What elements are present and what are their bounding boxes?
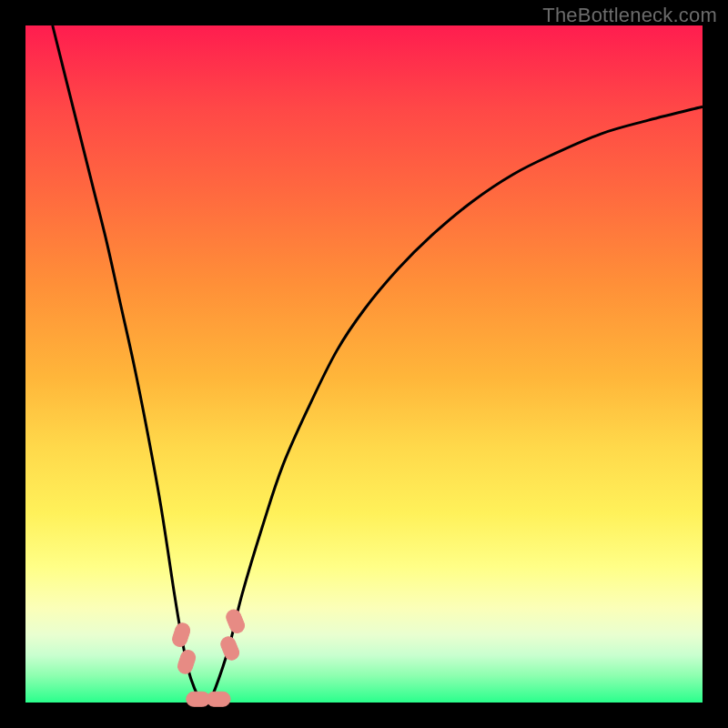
bead-right-upper: [224, 608, 247, 635]
right-curve: [208, 106, 703, 703]
bead-right-lower: [218, 634, 241, 662]
watermark-text: TheBottleneck.com: [542, 4, 717, 27]
left-curve: [53, 25, 202, 703]
chart-frame: TheBottleneck.com: [0, 0, 728, 728]
curve-markers: [170, 608, 246, 707]
chart-curves: [25, 25, 703, 703]
bead-bottom-2: [207, 692, 230, 706]
bead-left-lower: [176, 649, 197, 676]
bead-left-upper: [170, 622, 191, 649]
chart-plot-area: [25, 25, 703, 703]
